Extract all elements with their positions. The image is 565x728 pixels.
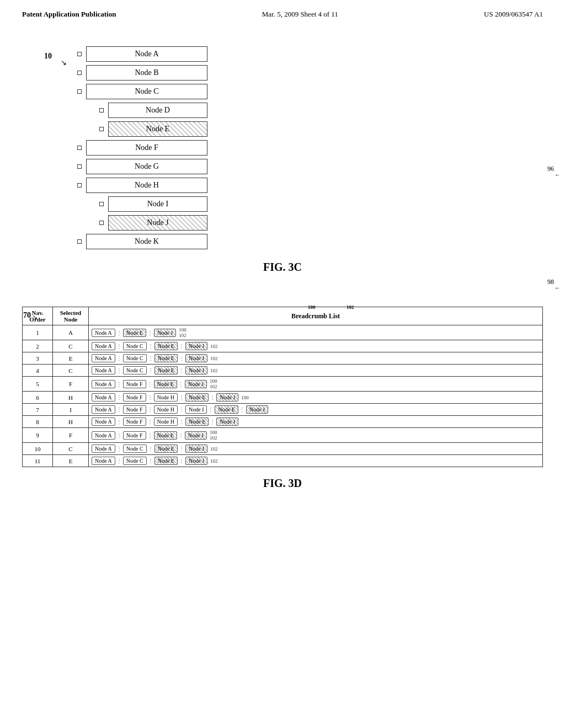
fig3c-diagram: 10 ↘ 96 ← 98 ← Node ANode BNode CNode DN… xyxy=(77,46,532,253)
bc-markers: 100102 xyxy=(179,327,186,338)
table-row: 9FNode A⋮Node F⋮Node E⋮Node J100102 xyxy=(23,428,543,443)
cell-breadcrumb: Node A⋮Node E⋮Node J100102 xyxy=(89,325,543,340)
bc-separator: ⋮ xyxy=(147,381,153,387)
cell-breadcrumb: Node A⋮Node F⋮Node E⋮Node J100102 xyxy=(89,377,543,392)
bc-node: Node J xyxy=(185,431,207,440)
bc-marker-label: 102 xyxy=(210,384,217,389)
breadcrumb-items: Node A⋮Node C⋮Node E⋮Node J102 xyxy=(92,342,540,350)
cell-nav-order: 4 xyxy=(23,365,53,377)
bc-separator: ⋮ xyxy=(178,432,184,438)
label-102-header: 102 xyxy=(347,304,354,310)
cell-nav-order: 7 xyxy=(23,404,53,416)
bc-node: Node H xyxy=(154,417,178,426)
arrow-96: ← xyxy=(555,172,561,178)
bc-node: Node E xyxy=(154,457,178,465)
node-bullet-a xyxy=(77,52,82,56)
bc-node: Node J xyxy=(216,417,238,426)
cell-nav-order: 11 xyxy=(23,455,53,467)
cell-selected-node: F xyxy=(53,377,89,392)
table-row: 8HNode A⋮Node F⋮Node H⋮Node E⋮Node J xyxy=(23,416,543,428)
bc-separator: ⋮ xyxy=(147,432,153,438)
node-box-k: Node K xyxy=(86,234,207,249)
table-row: 6HNode A⋮Node F⋮Node H⋮Node E⋮Node J100 xyxy=(23,392,543,404)
node-box-a: Node A xyxy=(86,46,207,62)
cell-selected-node: E xyxy=(53,352,89,365)
bc-separator: ⋮ xyxy=(147,330,153,336)
bc-node: Node E xyxy=(123,329,146,337)
bc-markers: 102 xyxy=(210,344,218,349)
arrow-10: ↘ xyxy=(61,58,67,67)
node-box-h: Node H xyxy=(86,178,207,193)
bc-node: Node F xyxy=(123,405,146,414)
cell-selected-node: H xyxy=(53,392,89,404)
diagram-label-70: 70 xyxy=(23,311,31,320)
bc-node: Node A xyxy=(92,457,115,465)
breadcrumb-items: Node A⋮Node C⋮Node E⋮Node J102 xyxy=(92,445,540,453)
cell-breadcrumb: Node A⋮Node F⋮Node H⋮Node E⋮Node J xyxy=(89,416,543,428)
table-row: 11ENode A⋮Node C⋮Node E⋮Node J102 xyxy=(23,455,543,467)
fig3c-caption: FIG. 3C xyxy=(33,261,532,274)
bc-node: Node J xyxy=(154,329,176,337)
node-bullet-f xyxy=(77,146,82,150)
cell-breadcrumb: Node A⋮Node F⋮Node H⋮Node I⋮Node E⋮Node … xyxy=(89,404,543,416)
table-row: 5FNode A⋮Node F⋮Node E⋮Node J100102 xyxy=(23,377,543,392)
bc-separator: ⋮ xyxy=(116,367,122,373)
bc-separator: ⋮ xyxy=(207,406,214,413)
bc-separator: ⋮ xyxy=(116,330,122,336)
bc-node: Node E xyxy=(185,417,209,426)
node-box-f: Node F xyxy=(86,140,207,156)
bc-separator: ⋮ xyxy=(147,419,153,425)
bc-node: Node E xyxy=(154,366,178,374)
node-row-f: Node F xyxy=(77,140,353,156)
breadcrumb-items: Node A⋮Node C⋮Node E⋮Node J102 xyxy=(92,366,540,374)
node-row-h: Node H xyxy=(77,178,353,193)
node-row-i: Node I xyxy=(99,196,353,212)
bc-node: Node F xyxy=(123,431,146,440)
bc-node: Node C xyxy=(123,457,147,465)
bc-separator: ⋮ xyxy=(178,419,185,425)
bc-separator: ⋮ xyxy=(239,406,246,413)
bc-node: Node C xyxy=(123,366,147,374)
cell-breadcrumb: Node A⋮Node C⋮Node E⋮Node J102 xyxy=(89,443,543,455)
bc-separator: ⋮ xyxy=(178,394,185,400)
bc-node: Node J xyxy=(185,445,207,453)
bc-separator: ⋮ xyxy=(116,355,122,361)
bc-node: Node J xyxy=(185,457,207,465)
bc-node: Node A xyxy=(92,329,115,337)
bc-separator: ⋮ xyxy=(116,446,122,452)
header-patent-number: US 2009/063547 A1 xyxy=(484,10,543,19)
bc-separator: ⋮ xyxy=(116,419,122,425)
node-box-e: Node E xyxy=(108,121,207,137)
bc-markers: 102 xyxy=(210,356,218,361)
arrow-98: ← xyxy=(555,285,561,291)
bc-node: Node A xyxy=(92,431,115,440)
cell-nav-order: 8 xyxy=(23,416,53,428)
breadcrumb-items: Node A⋮Node F⋮Node E⋮Node J100102 xyxy=(92,378,540,389)
table-row: 2CNode A⋮Node C⋮Node E⋮Node J102 xyxy=(23,340,543,352)
cell-breadcrumb: Node A⋮Node F⋮Node E⋮Node J100102 xyxy=(89,428,543,443)
bc-node: Node E xyxy=(154,380,177,388)
bc-marker-label: 100 xyxy=(179,327,186,333)
bc-marker-label: 102 xyxy=(210,344,218,349)
node-bullet-i xyxy=(99,202,104,206)
bc-separator: ⋮ xyxy=(178,343,185,349)
node-box-d: Node D xyxy=(108,103,207,118)
bc-marker-label: 100 xyxy=(210,378,217,384)
bc-node: Node F xyxy=(123,380,146,388)
bc-node: Node E xyxy=(215,405,238,414)
cell-nav-order: 3 xyxy=(23,352,53,365)
bc-separator: ⋮ xyxy=(147,367,154,373)
bc-marker-label: 102 xyxy=(179,333,186,338)
bc-node: Node H xyxy=(154,405,178,414)
table-row: 7INode A⋮Node F⋮Node H⋮Node I⋮Node E⋮Nod… xyxy=(23,404,543,416)
cell-selected-node: H xyxy=(53,416,89,428)
bc-node: Node A xyxy=(92,445,115,453)
cell-breadcrumb: Node A⋮Node F⋮Node H⋮Node E⋮Node J100 xyxy=(89,392,543,404)
bc-marker-label: 100 xyxy=(241,395,249,400)
node-bullet-d xyxy=(99,108,104,113)
bc-node: Node J xyxy=(216,393,238,402)
bc-separator: ⋮ xyxy=(178,367,185,373)
bc-node: Node I xyxy=(185,405,207,414)
diagram-label-10: 10 xyxy=(44,52,52,61)
bc-separator: ⋮ xyxy=(209,394,216,400)
